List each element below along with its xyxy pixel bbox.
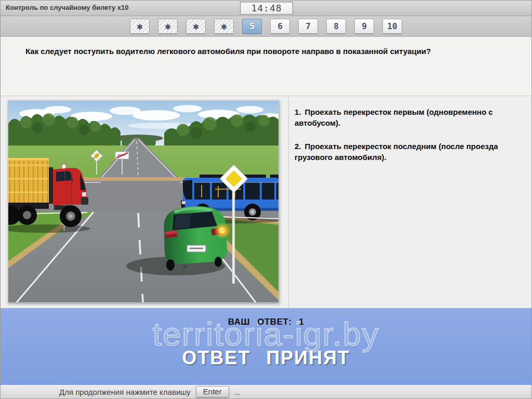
answer-number: 1. xyxy=(295,108,301,116)
answer-text: Проехать перекресток последним (после пр… xyxy=(295,142,498,162)
tab-question-4[interactable]: ✱ xyxy=(214,19,234,34)
tab-question-9[interactable]: 9 xyxy=(354,19,374,34)
answers-list: 1.Проехать перекресток первым (одновреме… xyxy=(295,107,526,175)
continue-prompt-text: Для продолжения нажмите клавишу xyxy=(59,388,191,396)
answer-text: Проехать перекресток первым (одновременн… xyxy=(295,108,493,127)
traffic-scene-svg xyxy=(8,101,278,302)
tab-question-7[interactable]: 7 xyxy=(298,19,318,34)
your-answer-label: ВАШ ОТВЕТ: xyxy=(228,317,292,327)
question-tabs: ✱✱✱✱5678910 xyxy=(1,16,531,37)
continue-prompt-ellipsis: ... xyxy=(234,388,241,396)
result-panel: territoria-igr.by ВАШ ОТВЕТ:1 ОТВЕТ ПРИН… xyxy=(1,308,531,385)
content-area: 1.Проехать перекресток первым (одновреме… xyxy=(1,96,531,308)
answer-option-1[interactable]: 1.Проехать перекресток первым (одновреме… xyxy=(295,107,526,128)
tab-question-3[interactable]: ✱ xyxy=(186,19,206,34)
exam-timer: 14:48 xyxy=(240,2,293,15)
tab-question-1[interactable]: ✱ xyxy=(130,19,150,34)
continue-prompt: Для продолжения нажмите клавишу Enter ..… xyxy=(59,385,241,398)
answer-option-2[interactable]: 2.Проехать перекресток последним (после … xyxy=(295,141,526,163)
tab-question-2[interactable]: ✱ xyxy=(158,19,178,34)
your-answer-value: 1 xyxy=(299,317,304,327)
footer-bar: Для продолжения нажмите клавишу Enter ..… xyxy=(1,385,531,399)
enter-key-label: Enter xyxy=(196,386,229,397)
question-area: Как следует поступить водителю легкового… xyxy=(1,37,531,96)
traffic-scene-image xyxy=(8,100,279,303)
answer-accepted-status: ОТВЕТ ПРИНЯТ xyxy=(1,347,531,369)
tab-question-10[interactable]: 10 xyxy=(382,19,402,34)
question-text: Как следует поступить водителю легкового… xyxy=(25,45,431,57)
tab-question-5[interactable]: 5 xyxy=(242,19,262,34)
window-title: Контроль по случайному билету x10 xyxy=(6,4,129,11)
turn-signal-core xyxy=(219,227,225,233)
your-answer-line: ВАШ ОТВЕТ:1 xyxy=(1,317,531,327)
tab-question-6[interactable]: 6 xyxy=(270,19,290,34)
title-bar: Контроль по случайному билету x10 14:48 xyxy=(1,1,531,16)
tab-question-8[interactable]: 8 xyxy=(326,19,346,34)
content-divider xyxy=(288,96,289,308)
exam-window: Контроль по случайному билету x10 14:48 … xyxy=(0,0,532,399)
answer-number: 2. xyxy=(295,142,301,151)
